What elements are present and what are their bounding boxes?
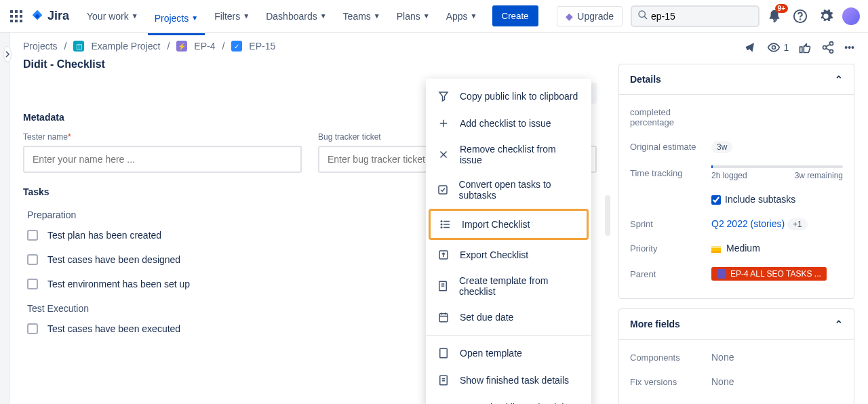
breadcrumb-project[interactable]: Example Project bbox=[91, 41, 160, 52]
menu-create-template[interactable]: Create template from checklist bbox=[426, 268, 591, 304]
menu-export-checklist[interactable]: Export Checklist bbox=[426, 241, 591, 268]
svg-point-27 bbox=[441, 221, 442, 222]
priority-icon bbox=[711, 246, 721, 253]
priority-value[interactable]: Medium bbox=[711, 243, 843, 254]
nav-items: Your work▼ Projects▼ Filters▼ Dashboards… bbox=[80, 7, 484, 26]
list-icon bbox=[439, 218, 452, 231]
menu-open-template[interactable]: Open template bbox=[426, 340, 591, 367]
sprint-label: Sprint bbox=[630, 219, 711, 229]
export-icon bbox=[437, 248, 450, 262]
svg-line-10 bbox=[644, 16, 647, 19]
template-icon bbox=[437, 279, 450, 293]
chevron-down-icon: ▼ bbox=[320, 12, 327, 20]
chevron-up-icon: ⌃ bbox=[835, 319, 843, 329]
menu-import-checklist[interactable]: Import Checklist bbox=[429, 209, 589, 240]
sidebar-collapsed bbox=[0, 33, 9, 404]
nav-dashboards[interactable]: Dashboards▼ bbox=[259, 7, 333, 26]
nav-your-work[interactable]: Your work▼ bbox=[80, 7, 145, 26]
fix-versions-value[interactable]: None bbox=[711, 376, 843, 387]
menu-move-right[interactable]: Move checklist to the right bbox=[426, 394, 591, 404]
svg-rect-7 bbox=[15, 20, 18, 22]
more-fields-toggle[interactable]: More fields ⌃ bbox=[619, 309, 854, 340]
fix-versions-label: Fix versions bbox=[630, 377, 711, 387]
upgrade-button[interactable]: ◆ Upgrade bbox=[557, 6, 623, 26]
svg-point-16 bbox=[830, 49, 833, 53]
sprint-more[interactable]: +1 bbox=[787, 218, 808, 230]
checkbox-icon[interactable] bbox=[27, 279, 38, 289]
settings-icon[interactable] bbox=[816, 7, 835, 26]
calendar-icon bbox=[437, 310, 450, 324]
svg-rect-0 bbox=[10, 10, 13, 13]
nav-apps[interactable]: Apps▼ bbox=[439, 7, 484, 26]
checklist-actions-menu: Copy public link to clipboard Add checkl… bbox=[426, 79, 591, 404]
create-button[interactable]: Create bbox=[492, 5, 538, 26]
time-tracking-value[interactable]: 2h logged3w remaining bbox=[711, 165, 843, 180]
svg-rect-4 bbox=[15, 15, 18, 18]
feedback-icon[interactable] bbox=[744, 41, 757, 54]
user-avatar[interactable] bbox=[842, 7, 860, 25]
epic-icon: ⚡ bbox=[176, 41, 187, 52]
parent-link[interactable]: EP-4 ALL SEO TASKS ... bbox=[711, 267, 827, 281]
nav-projects[interactable]: Projects▼ bbox=[148, 7, 205, 35]
components-value[interactable]: None bbox=[711, 352, 843, 363]
watch-button[interactable]: 1 bbox=[767, 41, 789, 54]
share-icon[interactable] bbox=[821, 41, 835, 54]
menu-convert-subtasks[interactable]: Convert open tasks to subtasks bbox=[426, 172, 591, 207]
completed-percentage-label: completed percentage bbox=[630, 107, 711, 127]
menu-set-due-date[interactable]: Set due date bbox=[426, 304, 591, 331]
more-actions-icon[interactable]: ••• bbox=[844, 42, 854, 53]
breadcrumb-epic[interactable]: EP-4 bbox=[194, 41, 215, 52]
close-icon bbox=[437, 148, 450, 161]
jira-brand-text: Jira bbox=[47, 9, 69, 23]
scrollbar[interactable] bbox=[605, 195, 610, 236]
menu-remove-checklist[interactable]: Remove checklist from issue bbox=[426, 137, 591, 172]
diamond-icon: ◆ bbox=[566, 11, 573, 22]
menu-show-finished[interactable]: Show finished task details bbox=[426, 367, 591, 394]
svg-point-13 bbox=[772, 46, 776, 49]
breadcrumb-issue[interactable]: EP-15 bbox=[249, 41, 275, 52]
chevron-up-icon: ⌃ bbox=[835, 74, 843, 85]
epic-icon bbox=[717, 269, 726, 279]
checklist-title: Didit - Checklist bbox=[23, 58, 597, 70]
svg-rect-3 bbox=[10, 15, 13, 18]
top-nav: Jira Your work▼ Projects▼ Filters▼ Dashb… bbox=[0, 0, 868, 33]
search-box[interactable]: ✕ bbox=[631, 5, 760, 27]
sprint-link[interactable]: Q2 2022 (stories) bbox=[711, 218, 785, 229]
tester-name-input[interactable] bbox=[23, 146, 302, 173]
breadcrumb-projects[interactable]: Projects bbox=[23, 41, 58, 52]
checkbox-icon[interactable] bbox=[27, 230, 38, 241]
svg-point-12 bbox=[800, 19, 801, 20]
svg-line-18 bbox=[826, 48, 830, 50]
nav-plans[interactable]: Plans▼ bbox=[390, 7, 437, 26]
like-icon[interactable] bbox=[798, 41, 812, 54]
nav-teams[interactable]: Teams▼ bbox=[336, 7, 387, 26]
notifications-icon[interactable]: 9+ bbox=[765, 7, 784, 26]
jira-logo[interactable]: Jira bbox=[30, 9, 69, 24]
chevron-down-icon: ▼ bbox=[374, 12, 380, 20]
original-estimate-value: 3w bbox=[711, 141, 732, 153]
menu-divider bbox=[426, 335, 591, 336]
chevron-down-icon: ▼ bbox=[423, 12, 430, 20]
search-input[interactable] bbox=[648, 9, 772, 23]
tester-name-label: Tester name* bbox=[23, 132, 302, 142]
task-icon: ✓ bbox=[231, 41, 242, 52]
chevron-down-icon: ▼ bbox=[243, 12, 250, 20]
app-switcher-icon[interactable] bbox=[8, 8, 24, 24]
menu-add-checklist[interactable]: Add checklist to issue bbox=[426, 110, 591, 137]
checkbox-icon[interactable] bbox=[27, 323, 38, 334]
include-subtasks-checkbox[interactable]: Include subtasks bbox=[711, 194, 795, 205]
checkbox-icon[interactable] bbox=[27, 254, 38, 265]
svg-point-15 bbox=[823, 46, 827, 49]
menu-copy-link[interactable]: Copy public link to clipboard bbox=[426, 83, 591, 110]
nav-filters[interactable]: Filters▼ bbox=[208, 7, 256, 26]
svg-point-14 bbox=[830, 42, 833, 45]
chevron-down-icon: ▼ bbox=[191, 14, 198, 22]
search-icon bbox=[637, 9, 648, 22]
details-icon bbox=[437, 373, 450, 387]
help-icon[interactable] bbox=[791, 7, 810, 26]
checkbox-icon bbox=[437, 183, 449, 197]
chevron-down-icon: ▼ bbox=[471, 12, 477, 20]
details-toggle[interactable]: Details ⌃ bbox=[619, 64, 854, 95]
svg-rect-8 bbox=[20, 20, 22, 22]
svg-rect-23 bbox=[439, 186, 447, 194]
